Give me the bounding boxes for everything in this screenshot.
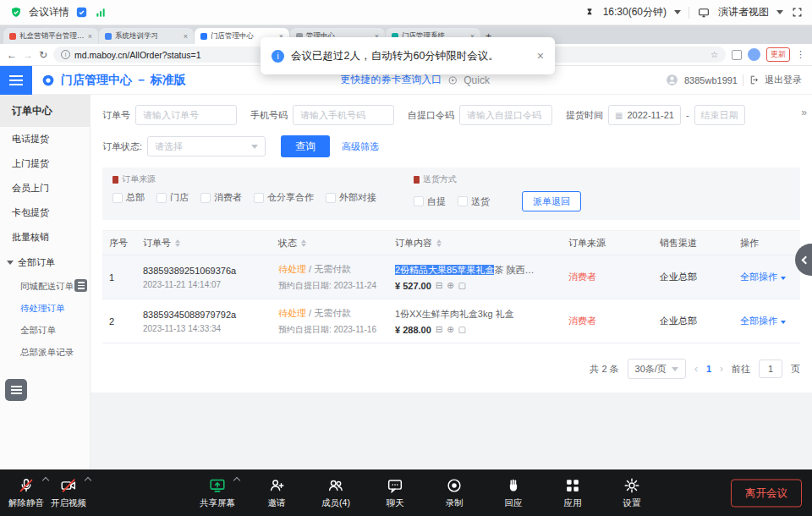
cell-source: 消费者: [562, 266, 653, 288]
apps-grid-icon: [563, 476, 582, 495]
chat-button[interactable]: 聊天: [374, 469, 416, 516]
browser-tab[interactable]: 礼盒营销平台管理中心 ×: [3, 28, 98, 44]
filter-collapse-icon[interactable]: »: [801, 107, 807, 118]
search-button[interactable]: 查询: [281, 135, 330, 157]
row-actions-dropdown[interactable]: 全部操作: [733, 266, 800, 288]
quick-label[interactable]: Quick: [464, 74, 490, 86]
cell-order-time: 2023-11-21 14:14:07: [143, 280, 265, 289]
end-date-picker[interactable]: 结束日期: [694, 105, 745, 125]
forward-icon[interactable]: →: [23, 49, 33, 61]
pickup-code-input[interactable]: [459, 105, 552, 125]
meeting-detail-link[interactable]: 会议详情: [29, 5, 69, 19]
sort-icon[interactable]: [436, 239, 442, 247]
tab-close-icon[interactable]: ×: [184, 32, 188, 41]
expand-icon[interactable]: ⊕: [447, 281, 453, 290]
per-page-select[interactable]: 30条/页: [628, 359, 686, 379]
order-no-input[interactable]: [135, 105, 237, 125]
checkbox-source-consumer[interactable]: 消费者: [200, 191, 242, 204]
reactions-button[interactable]: 回应: [492, 469, 535, 516]
members-button[interactable]: 成员(4): [315, 469, 357, 516]
sidebar-section-order-center[interactable]: 订单中心: [0, 95, 90, 127]
tab-favicon: [200, 33, 207, 40]
browser-tab[interactable]: 系统培训学习 ×: [99, 28, 194, 44]
next-page-button[interactable]: ›: [720, 363, 723, 375]
app-body: 订单中心 电话提货 上门提货 会员上门 卡包提货 批量核销 全部订单 同城配送订…: [0, 95, 812, 469]
cell-pickup-date: 预约自提日期: 2023-11-24: [278, 280, 381, 292]
sidebar-group-all-orders[interactable]: 全部订单: [0, 250, 90, 275]
sidebar-item-all-orders[interactable]: 全部订单: [0, 319, 90, 341]
table-row[interactable]: 1 83859389251069376a 2023-11-21 14:14:07…: [102, 255, 800, 299]
start-video-button[interactable]: 开启视频: [47, 469, 90, 516]
coupon-query-link[interactable]: 更快捷的券卡查询入口: [340, 73, 442, 87]
timer-dropdown-icon[interactable]: [674, 10, 681, 14]
apps-button[interactable]: 应用: [551, 469, 594, 516]
checkbox-source-warehouse[interactable]: 仓分享合作: [254, 191, 314, 204]
site-info-icon[interactable]: i: [61, 50, 70, 59]
browser-update-button[interactable]: 更新: [766, 47, 790, 62]
chevron-up-icon[interactable]: [233, 477, 240, 484]
cell-index: 1: [109, 272, 114, 283]
sidebar-item-card-pickup[interactable]: 卡包提货: [0, 200, 90, 225]
leave-meeting-button[interactable]: 离开会议: [731, 479, 802, 507]
copy-icon[interactable]: ▢: [458, 325, 466, 334]
raised-hand-icon: [504, 476, 523, 495]
current-page[interactable]: 1: [706, 364, 711, 374]
record-button[interactable]: 录制: [433, 469, 475, 516]
tab-close-icon[interactable]: ×: [88, 32, 92, 41]
print-icon[interactable]: ⊟: [436, 281, 442, 290]
back-icon[interactable]: ←: [7, 49, 17, 61]
sidebar-item-door-pickup[interactable]: 上门提货: [0, 151, 90, 176]
table-row[interactable]: 2 83859345088979792a 2023-11-13 14:33:34…: [102, 299, 800, 343]
sidebar-item-batch-verify[interactable]: 批量核销: [0, 225, 90, 250]
filter-row-2: 订单状态: 请选择 查询 高级筛选: [102, 135, 800, 157]
toast-close-icon[interactable]: ×: [537, 49, 544, 63]
advanced-filter-link[interactable]: 高级筛选: [342, 140, 379, 153]
chevron-down-icon: [251, 145, 258, 149]
pickup-code-label: 自提口令码: [408, 109, 454, 122]
bookmark-star-icon[interactable]: ☆: [710, 50, 718, 59]
logout-icon: [749, 74, 760, 85]
extension-icon[interactable]: [732, 50, 742, 60]
sidebar-item-hq-dispatch-log[interactable]: 总部派单记录: [0, 341, 90, 363]
copy-icon[interactable]: ▢: [458, 281, 466, 290]
chevron-up-icon[interactable]: [85, 477, 91, 484]
sidebar-item-pending-orders[interactable]: 待处理订单: [0, 297, 90, 319]
checkbox-source-external[interactable]: 外部对接: [326, 191, 376, 204]
browser-profile-avatar[interactable]: [748, 48, 760, 61]
prev-page-button[interactable]: ‹: [694, 363, 698, 375]
sidebar-toggle-button[interactable]: [0, 66, 32, 95]
sort-icon[interactable]: [175, 239, 180, 247]
cell-order-time: 2023-11-13 14:33:34: [143, 324, 265, 333]
share-screen-button[interactable]: 共享屏幕: [196, 469, 239, 516]
sidebar-item-phone-pickup[interactable]: 电话提货: [0, 127, 90, 151]
quick-menu-button[interactable]: [5, 379, 27, 401]
invite-button[interactable]: 邀请: [255, 469, 298, 516]
record-icon: [445, 476, 464, 495]
checkbox-source-hq[interactable]: 总部: [112, 191, 145, 204]
view-dropdown-icon[interactable]: [776, 10, 783, 14]
cell-channel: 企业总部: [653, 310, 733, 332]
signal-bars-icon: [94, 6, 107, 19]
checkbox-source-store[interactable]: 门店: [156, 191, 189, 204]
start-date-picker[interactable]: ▦ 2022-11-21: [608, 105, 681, 125]
row-actions-dropdown[interactable]: 全部操作: [733, 310, 800, 332]
dispatch-return-button[interactable]: 派单退回: [522, 191, 581, 211]
settings-button[interactable]: 设置: [611, 469, 653, 516]
reload-icon[interactable]: ↻: [39, 49, 47, 61]
logout-button[interactable]: 退出登录: [765, 74, 802, 86]
phone-input[interactable]: [293, 105, 394, 125]
order-status-select[interactable]: 请选择: [147, 136, 266, 156]
checkbox-delivery-pickup[interactable]: 自提: [414, 195, 446, 208]
sidebar-collapse-handle[interactable]: [74, 279, 87, 292]
checkbox-delivery-ship[interactable]: 送货: [458, 195, 490, 208]
expand-icon[interactable]: ⊕: [447, 325, 453, 334]
page-title: 门店管理中心 － 标准版: [61, 73, 186, 88]
sidebar-item-member-visit[interactable]: 会员上门: [0, 176, 90, 200]
goto-page-input[interactable]: [759, 360, 782, 378]
browser-menu-icon[interactable]: ⋮: [796, 49, 805, 60]
print-icon[interactable]: ⊟: [436, 325, 442, 334]
view-mode-label[interactable]: 演讲者视图: [718, 5, 769, 19]
sort-icon[interactable]: [301, 239, 306, 247]
unmute-button[interactable]: 解除静音: [5, 469, 47, 516]
fullscreen-icon[interactable]: [791, 6, 804, 19]
